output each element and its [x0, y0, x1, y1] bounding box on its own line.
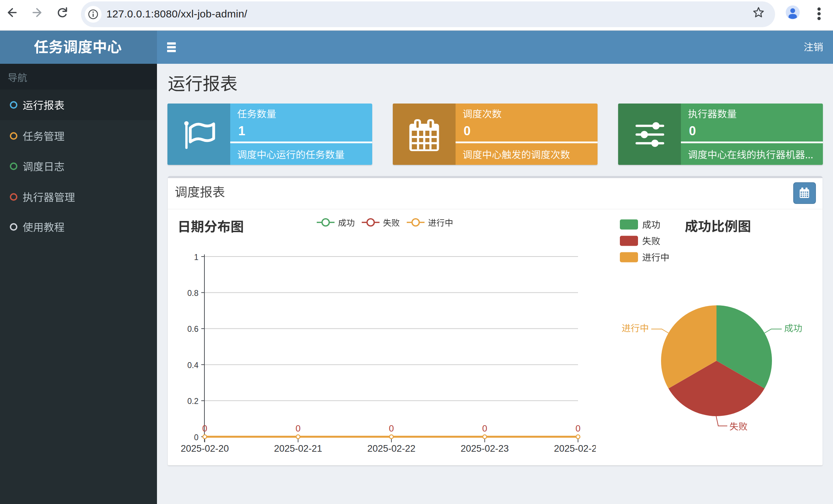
svg-text:0: 0 — [389, 423, 394, 434]
svg-text:0.6: 0.6 — [187, 324, 198, 334]
svg-text:2025-02-21: 2025-02-21 — [274, 443, 322, 454]
svg-text:2025-02-23: 2025-02-23 — [460, 443, 509, 454]
svg-text:0.4: 0.4 — [187, 361, 198, 370]
svg-text:2025-02-24: 2025-02-24 — [554, 443, 596, 454]
svg-text:2025-02-22: 2025-02-22 — [367, 443, 415, 454]
svg-text:0.2: 0.2 — [187, 397, 198, 406]
svg-text:0: 0 — [482, 423, 487, 434]
svg-text:0: 0 — [194, 433, 198, 442]
svg-text:1: 1 — [194, 253, 198, 262]
svg-text:0.8: 0.8 — [187, 289, 198, 298]
svg-text:0: 0 — [576, 423, 580, 434]
svg-text:0: 0 — [295, 423, 300, 434]
svg-text:0: 0 — [202, 423, 207, 434]
svg-text:2025-02-20: 2025-02-20 — [181, 443, 229, 454]
